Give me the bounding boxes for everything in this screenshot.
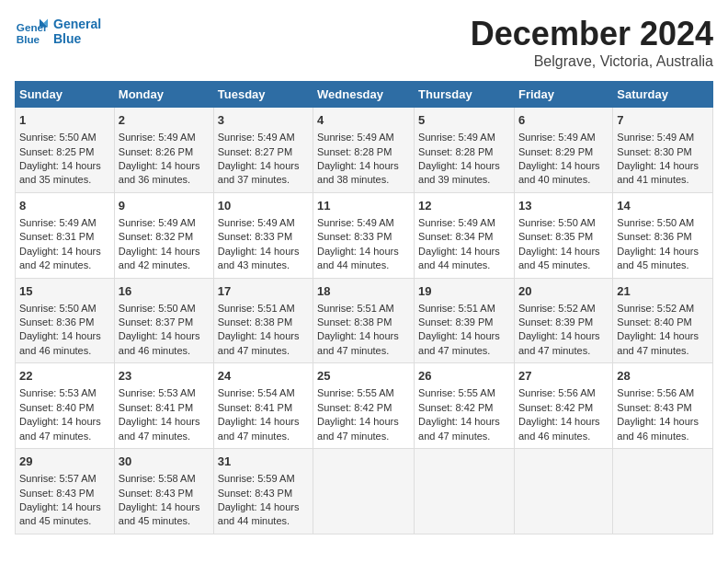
day-number: 18 — [317, 283, 410, 300]
calendar-cell: 3Sunrise: 5:49 AMSunset: 8:27 PMDaylight… — [213, 108, 313, 193]
sunset: Sunset: 8:27 PM — [218, 146, 292, 157]
daylight-label: Daylight: 14 hours and 41 minutes. — [617, 160, 699, 185]
sunrise: Sunrise: 5:51 AM — [418, 303, 495, 314]
daylight-label: Daylight: 14 hours and 39 minutes. — [418, 160, 500, 185]
daylight-label: Daylight: 14 hours and 44 minutes. — [317, 246, 399, 270]
day-number: 22 — [19, 368, 110, 385]
sunrise: Sunrise: 5:59 AM — [218, 473, 295, 484]
daylight-label: Daylight: 14 hours and 45 minutes. — [518, 246, 600, 270]
sunrise: Sunrise: 5:49 AM — [418, 217, 495, 228]
daylight-label: Daylight: 14 hours and 46 minutes. — [518, 416, 600, 441]
sunrise: Sunrise: 5:49 AM — [119, 132, 196, 143]
calendar-cell: 20Sunrise: 5:52 AMSunset: 8:39 PMDayligh… — [514, 278, 612, 363]
calendar-cell: 31Sunrise: 5:59 AMSunset: 8:43 PMDayligh… — [213, 449, 313, 534]
sunset: Sunset: 8:32 PM — [119, 231, 193, 242]
sunset: Sunset: 8:37 PM — [119, 316, 193, 327]
day-number: 9 — [119, 198, 210, 214]
calendar-cell: 22Sunrise: 5:53 AMSunset: 8:40 PMDayligh… — [16, 363, 115, 449]
day-number: 28 — [617, 368, 709, 385]
sunset: Sunset: 8:42 PM — [418, 402, 493, 413]
day-number: 11 — [317, 198, 410, 214]
sunrise: Sunrise: 5:55 AM — [317, 387, 394, 398]
calendar-cell: 11Sunrise: 5:49 AMSunset: 8:33 PMDayligh… — [313, 192, 415, 278]
col-monday: Monday — [114, 82, 213, 108]
sunset: Sunset: 8:31 PM — [19, 231, 94, 242]
calendar-cell: 4Sunrise: 5:49 AMSunset: 8:28 PMDaylight… — [313, 108, 415, 193]
calendar-cell — [313, 449, 415, 534]
logo: General Blue General Blue — [15, 15, 101, 48]
sunset: Sunset: 8:38 PM — [218, 316, 292, 327]
sunrise: Sunrise: 5:54 AM — [218, 387, 295, 398]
sunset: Sunset: 8:41 PM — [119, 402, 193, 413]
calendar-cell: 8Sunrise: 5:49 AMSunset: 8:31 PMDaylight… — [16, 192, 115, 278]
calendar-cell: 1Sunrise: 5:50 AMSunset: 8:25 PMDaylight… — [16, 108, 115, 193]
daylight-label: Daylight: 14 hours and 43 minutes. — [218, 246, 300, 270]
sunrise: Sunrise: 5:50 AM — [617, 217, 694, 228]
day-number: 6 — [518, 112, 609, 129]
calendar-cell: 9Sunrise: 5:49 AMSunset: 8:32 PMDaylight… — [114, 192, 213, 278]
sunrise: Sunrise: 5:52 AM — [518, 303, 596, 314]
sunrise: Sunrise: 5:55 AM — [418, 387, 495, 398]
sunrise: Sunrise: 5:51 AM — [218, 303, 295, 314]
calendar-table: Sunday Monday Tuesday Wednesday Thursday… — [15, 81, 713, 534]
calendar-cell: 29Sunrise: 5:57 AMSunset: 8:43 PMDayligh… — [16, 449, 115, 534]
sunset: Sunset: 8:43 PM — [19, 488, 94, 499]
col-saturday: Saturday — [613, 82, 713, 108]
calendar-cell: 7Sunrise: 5:49 AMSunset: 8:30 PMDaylight… — [613, 108, 713, 193]
sunset: Sunset: 8:30 PM — [617, 146, 691, 157]
daylight-label: Daylight: 14 hours and 44 minutes. — [218, 501, 300, 526]
calendar-week-row: 29Sunrise: 5:57 AMSunset: 8:43 PMDayligh… — [16, 449, 713, 534]
sunset: Sunset: 8:40 PM — [617, 316, 691, 327]
daylight-label: Daylight: 14 hours and 47 minutes. — [19, 416, 101, 441]
day-number: 20 — [518, 283, 609, 300]
daylight-label: Daylight: 14 hours and 47 minutes. — [317, 330, 399, 355]
day-number: 16 — [119, 283, 210, 300]
col-thursday: Thursday — [415, 82, 515, 108]
sunrise: Sunrise: 5:53 AM — [19, 387, 97, 398]
sunset: Sunset: 8:29 PM — [518, 146, 593, 157]
day-number: 13 — [518, 198, 609, 214]
sunset: Sunset: 8:38 PM — [317, 316, 392, 327]
calendar-cell: 17Sunrise: 5:51 AMSunset: 8:38 PMDayligh… — [213, 278, 313, 363]
sunset: Sunset: 8:26 PM — [119, 146, 193, 157]
calendar-cell: 30Sunrise: 5:58 AMSunset: 8:43 PMDayligh… — [114, 449, 213, 534]
logo-blue: Blue — [53, 31, 101, 46]
sunrise: Sunrise: 5:49 AM — [19, 217, 97, 228]
daylight-label: Daylight: 14 hours and 45 minutes. — [617, 246, 699, 270]
daylight-label: Daylight: 14 hours and 44 minutes. — [418, 246, 500, 270]
sunset: Sunset: 8:42 PM — [518, 402, 593, 413]
daylight-label: Daylight: 14 hours and 42 minutes. — [19, 246, 101, 270]
sunset: Sunset: 8:35 PM — [518, 231, 593, 242]
day-number: 10 — [218, 198, 309, 214]
calendar-week-row: 1Sunrise: 5:50 AMSunset: 8:25 PMDaylight… — [16, 108, 713, 193]
day-number: 24 — [218, 368, 309, 385]
calendar-cell: 25Sunrise: 5:55 AMSunset: 8:42 PMDayligh… — [313, 363, 415, 449]
sunrise: Sunrise: 5:50 AM — [19, 132, 97, 143]
logo-icon: General Blue — [15, 15, 48, 48]
sunrise: Sunrise: 5:53 AM — [119, 387, 196, 398]
sunrise: Sunrise: 5:50 AM — [19, 303, 97, 314]
sunrise: Sunrise: 5:49 AM — [418, 132, 495, 143]
sunrise: Sunrise: 5:49 AM — [218, 217, 295, 228]
col-sunday: Sunday — [16, 82, 115, 108]
logo-general: General — [53, 17, 101, 31]
daylight-label: Daylight: 14 hours and 36 minutes. — [119, 160, 200, 185]
col-friday: Friday — [514, 82, 612, 108]
day-number: 17 — [218, 283, 309, 300]
svg-text:Blue: Blue — [17, 33, 40, 45]
calendar-cell: 16Sunrise: 5:50 AMSunset: 8:37 PMDayligh… — [114, 278, 213, 363]
calendar-week-row: 15Sunrise: 5:50 AMSunset: 8:36 PMDayligh… — [16, 278, 713, 363]
daylight-label: Daylight: 14 hours and 40 minutes. — [518, 160, 600, 185]
sunset: Sunset: 8:43 PM — [119, 488, 193, 499]
daylight-label: Daylight: 14 hours and 45 minutes. — [119, 501, 200, 526]
calendar-cell: 5Sunrise: 5:49 AMSunset: 8:28 PMDaylight… — [415, 108, 515, 193]
sunrise: Sunrise: 5:52 AM — [617, 303, 694, 314]
daylight-label: Daylight: 14 hours and 47 minutes. — [418, 330, 500, 355]
daylight-label: Daylight: 14 hours and 47 minutes. — [218, 416, 300, 441]
calendar-cell: 23Sunrise: 5:53 AMSunset: 8:41 PMDayligh… — [114, 363, 213, 449]
sunrise: Sunrise: 5:50 AM — [119, 303, 196, 314]
day-number: 25 — [317, 368, 410, 385]
sunset: Sunset: 8:25 PM — [19, 146, 94, 157]
calendar-cell — [514, 449, 612, 534]
calendar-cell: 28Sunrise: 5:56 AMSunset: 8:43 PMDayligh… — [613, 363, 713, 449]
